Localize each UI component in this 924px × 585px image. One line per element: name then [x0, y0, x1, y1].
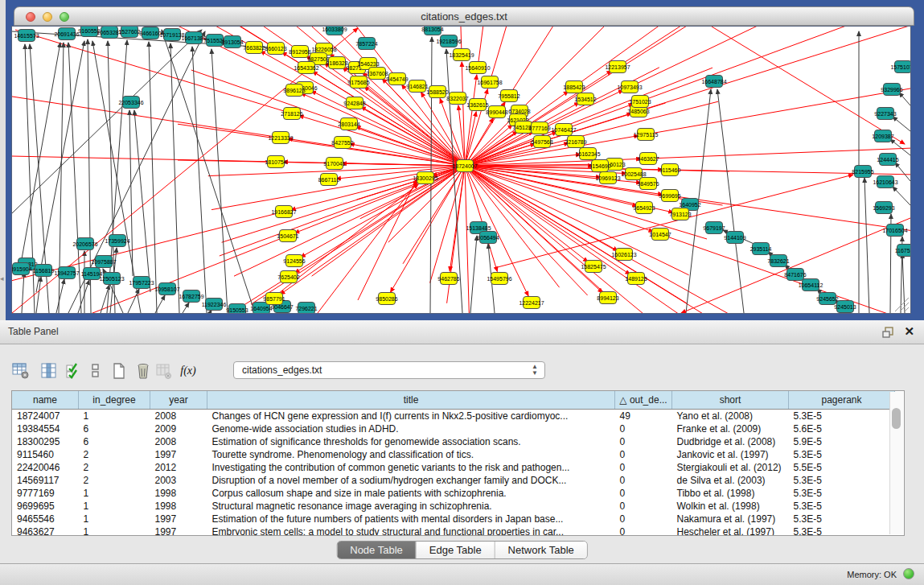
import-table-icon[interactable]: [153, 360, 175, 382]
column-header-short[interactable]: short: [672, 391, 789, 410]
network-node[interactable]: 2718126: [281, 108, 302, 120]
network-node[interactable]: 20691436: [54, 28, 79, 40]
function-builder-icon[interactable]: f(x): [177, 360, 199, 382]
network-edge[interactable]: [56, 279, 64, 313]
network-node[interactable]: 9654923: [633, 202, 655, 214]
network-edge[interactable]: [12, 93, 281, 138]
network-node[interactable]: 8813054: [421, 27, 443, 35]
network-edge[interactable]: [183, 303, 189, 313]
network-node[interactable]: 12224217: [519, 297, 544, 309]
network-node[interactable]: 3915904: [12, 263, 32, 275]
network-node[interactable]: 15640910: [465, 62, 490, 74]
delete-column-icon[interactable]: [132, 360, 154, 382]
network-node[interactable]: 1569293: [873, 202, 894, 214]
network-node[interactable]: 9150553: [226, 304, 248, 314]
network-node[interactable]: 9124556: [283, 255, 305, 267]
create-column-icon[interactable]: [108, 360, 130, 382]
network-node[interactable]: 10969123: [595, 172, 620, 184]
network-node[interactable]: 12213339: [268, 132, 293, 144]
column-header-name[interactable]: name: [12, 391, 79, 410]
network-edge[interactable]: [12, 212, 284, 285]
network-node[interactable]: 10746427: [551, 124, 576, 136]
network-node[interactable]: 19166827: [271, 206, 296, 218]
network-node[interactable]: 7913123: [669, 208, 691, 220]
network-edge[interactable]: [291, 166, 465, 210]
network-view-canvas[interactable]: 1461557320691436916055310653287152760284…: [11, 26, 911, 314]
network-node[interactable]: 8466160: [139, 27, 161, 39]
network-edge[interactable]: [495, 175, 853, 268]
network-edge[interactable]: [12, 155, 276, 162]
network-node[interactable]: 8215955: [852, 166, 873, 178]
network-node[interactable]: 16961758: [477, 76, 502, 89]
network-edge[interactable]: [646, 84, 910, 134]
network-node[interactable]: 10958107: [154, 283, 179, 295]
table-row[interactable]: 1938455462009Genome-wide association stu…: [12, 422, 895, 435]
table-selector-dropdown[interactable]: citations_edges.txt ▲▼: [233, 361, 545, 379]
network-node[interactable]: 7857224: [355, 38, 377, 50]
table-row[interactable]: 1872400712008Changes of HCN gene express…: [12, 410, 895, 423]
network-node[interactable]: 1014547: [649, 229, 671, 241]
column-header-title[interactable]: title: [207, 391, 615, 410]
network-node[interactable]: 17359924: [105, 235, 129, 247]
network-node[interactable]: 14615573: [14, 30, 39, 42]
network-node[interactable]: 1167534: [895, 245, 910, 257]
network-node[interactable]: 9245652: [816, 293, 838, 305]
network-node[interactable]: 8913054: [221, 36, 243, 48]
network-node[interactable]: 16162345: [575, 148, 600, 160]
network-edge[interactable]: [712, 27, 905, 144]
network-edge[interactable]: [361, 106, 465, 166]
network-edge[interactable]: [358, 179, 417, 300]
network-node[interactable]: 8427552: [331, 137, 353, 149]
network-edge[interactable]: [670, 170, 910, 176]
network-node[interactable]: 2367608: [366, 68, 388, 80]
network-edge[interactable]: [465, 166, 707, 239]
network-node[interactable]: 1534512: [574, 93, 596, 105]
network-node[interactable]: 16033809: [322, 27, 347, 35]
network-node[interactable]: 3216789: [565, 136, 586, 148]
network-edge[interactable]: [893, 117, 910, 131]
network-node[interactable]: 8471676: [784, 269, 806, 281]
network-node[interactable]: 1751023: [629, 96, 651, 108]
network-edge[interactable]: [211, 49, 228, 313]
network-node[interactable]: 9154690: [589, 160, 610, 172]
table-row[interactable]: 2242004622012Investigating the contribut…: [12, 461, 895, 474]
network-edge[interactable]: [864, 178, 869, 313]
column-header-out_de[interactable]: △ out_de...: [615, 391, 672, 410]
network-node[interactable]: 7955812: [498, 90, 519, 102]
network-edge[interactable]: [465, 166, 760, 313]
network-node[interactable]: 12975115: [634, 129, 659, 141]
network-node[interactable]: 1244415: [877, 154, 898, 166]
network-node[interactable]: 9777169: [528, 122, 550, 134]
network-node[interactable]: 9056494: [477, 232, 499, 244]
tab-node-table[interactable]: Node Table: [337, 542, 417, 558]
float-panel-icon[interactable]: [882, 326, 895, 339]
network-node[interactable]: 20206576: [72, 238, 97, 250]
network-node[interactable]: 15825475: [581, 261, 606, 273]
network-edge[interactable]: [178, 160, 465, 166]
network-node[interactable]: 8322037: [446, 93, 468, 105]
network-node[interactable]: 16782759: [179, 290, 203, 303]
network-node[interactable]: 8994123: [597, 292, 618, 304]
network-node[interactable]: 1209387: [872, 130, 893, 142]
network-node[interactable]: 8667110: [318, 174, 340, 186]
column-visibility-icon[interactable]: [38, 360, 60, 382]
network-node[interactable]: 8660123: [265, 43, 286, 55]
table-row[interactable]: 911546021997Tourette syndrome. Phenomeno…: [12, 448, 895, 461]
network-node[interactable]: 11922346: [202, 299, 227, 311]
network-edge[interactable]: [639, 27, 910, 111]
table-row[interactable]: 1830029562008Estimation of significance …: [12, 435, 895, 448]
network-node[interactable]: 9146821: [406, 80, 428, 93]
tab-network-table[interactable]: Network Table: [495, 542, 587, 558]
network-node[interactable]: 7296221: [295, 303, 317, 314]
network-node[interactable]: 17016504: [882, 225, 907, 237]
network-node[interactable]: 9115460: [659, 164, 681, 176]
table-row[interactable]: 946362711997Embryonic stem cells: a mode…: [12, 525, 895, 536]
network-node[interactable]: 8186328: [326, 57, 347, 69]
column-header-in_degree[interactable]: in_degree: [79, 391, 150, 410]
network-node[interactable]: 10654112: [799, 279, 823, 291]
network-edge[interactable]: [717, 89, 744, 313]
network-node[interactable]: 18325419: [449, 49, 474, 61]
network-node[interactable]: 9227343: [874, 108, 896, 120]
network-node[interactable]: 9850286: [376, 293, 397, 305]
network-node[interactable]: 8990448: [486, 106, 507, 118]
